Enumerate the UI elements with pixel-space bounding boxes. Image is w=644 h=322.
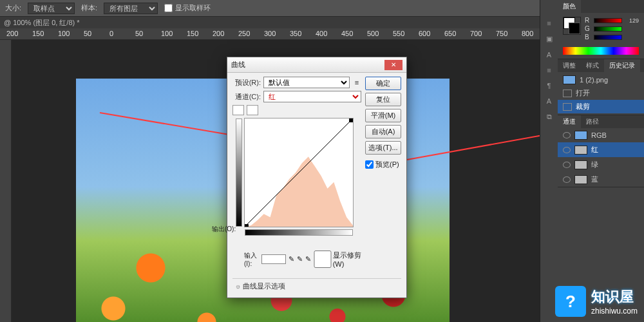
r-slider[interactable] bbox=[594, 18, 622, 23]
input-gradient bbox=[245, 229, 353, 236]
tab-channels[interactable]: 通道 bbox=[558, 115, 581, 128]
curve-line bbox=[245, 118, 353, 227]
svg-rect-6 bbox=[349, 118, 353, 122]
g-slider[interactable] bbox=[594, 26, 622, 32]
show-clip-checkbox[interactable]: 显示修剪(W) bbox=[314, 251, 361, 268]
watermark-url: zhishiwu.com bbox=[591, 307, 638, 316]
collapsed-panel-strip: ≡ ▣ A ≡ ¶ A ⧉ bbox=[540, 0, 558, 322]
panel-icon[interactable]: ≡ bbox=[547, 66, 551, 74]
panel-icon[interactable]: A bbox=[547, 97, 551, 105]
style-select[interactable]: 所有图层 bbox=[104, 3, 158, 14]
panel-icon[interactable]: ▣ bbox=[546, 35, 553, 43]
preset-label: 预设(R): bbox=[232, 78, 261, 88]
watermark: ? 知识屋 zhishiwu.com bbox=[555, 286, 638, 317]
ok-button[interactable]: 确定 bbox=[365, 77, 401, 90]
channel-select[interactable]: 红 bbox=[263, 91, 361, 102]
svg-line-4 bbox=[245, 118, 353, 227]
curves-dialog: 曲线 ✕ 预设(R): 默认值 ≡ 通道(C): 红 bbox=[227, 57, 407, 298]
ruler-vertical bbox=[0, 40, 12, 322]
color-panel: 颜色 R129 G B bbox=[558, 0, 644, 59]
eye-icon bbox=[563, 132, 571, 138]
style-label: 样本: bbox=[81, 3, 97, 13]
output-gradient bbox=[236, 118, 242, 227]
spectrum-bar[interactable] bbox=[563, 47, 639, 55]
history-item[interactable]: 裁剪 bbox=[558, 100, 644, 113]
size-select[interactable]: 取样点 bbox=[28, 3, 75, 14]
eye-icon bbox=[563, 147, 571, 153]
curve-graph[interactable] bbox=[244, 118, 354, 227]
right-panel-dock: ≡ ▣ A ≡ ¶ A ⧉ 颜色 R129 G B 调整 样式 历史记录 bbox=[540, 0, 644, 322]
channel-label: 通道(C): bbox=[232, 92, 261, 102]
dialog-title: 曲线 bbox=[231, 60, 245, 70]
color-swatch[interactable] bbox=[563, 17, 581, 35]
svg-rect-5 bbox=[245, 224, 249, 227]
close-icon[interactable]: ✕ bbox=[384, 60, 402, 70]
history-item[interactable]: 打开 bbox=[558, 86, 644, 100]
b-slider[interactable] bbox=[594, 35, 622, 40]
reset-button[interactable]: 复位 bbox=[365, 93, 401, 106]
tab-history[interactable]: 历史记录 bbox=[604, 59, 640, 72]
curve-tool-icon[interactable] bbox=[232, 105, 244, 115]
channel-blue[interactable]: 蓝 bbox=[558, 172, 644, 187]
eyedropper-gray-icon[interactable]: ✎ bbox=[297, 255, 303, 263]
input-label: 输入(I): bbox=[244, 251, 259, 267]
channel-red[interactable]: 红 bbox=[558, 142, 644, 157]
smooth-button[interactable]: 平滑(M) bbox=[365, 109, 401, 122]
panel-icon[interactable]: A bbox=[547, 51, 551, 59]
eye-icon bbox=[563, 176, 571, 183]
show-ring-checkbox[interactable]: 显示取样环 bbox=[164, 3, 211, 13]
panel-icon[interactable]: ≡ bbox=[547, 19, 551, 27]
channels-panel: 通道 路径 RGB 红 绿 蓝 bbox=[558, 115, 644, 187]
output-label: 输出(O): bbox=[212, 225, 236, 234]
tab-color[interactable]: 颜色 bbox=[558, 0, 581, 13]
options-button[interactable]: 选项(T)... bbox=[365, 141, 401, 155]
eyedropper-white-icon[interactable]: ✎ bbox=[305, 255, 311, 263]
input-value[interactable] bbox=[261, 254, 286, 264]
auto-button[interactable]: 自动(A) bbox=[365, 125, 401, 138]
tab-adjust[interactable]: 调整 bbox=[558, 59, 581, 72]
tab-styles[interactable]: 样式 bbox=[581, 59, 604, 72]
crop-icon bbox=[563, 103, 572, 111]
preset-menu-icon[interactable]: ≡ bbox=[352, 79, 361, 86]
size-label: 大小: bbox=[5, 3, 21, 13]
tab-paths[interactable]: 路径 bbox=[581, 115, 604, 128]
watermark-name: 知识屋 bbox=[591, 287, 638, 307]
channel-green[interactable]: 绿 bbox=[558, 157, 644, 172]
document-tab[interactable]: @ 100% (图层 0, 红/8) * bbox=[4, 18, 80, 28]
panel-icon[interactable]: ⧉ bbox=[547, 113, 552, 121]
history-panel: 调整 样式 历史记录 1 (2).png 打开 裁剪 bbox=[558, 59, 644, 115]
panel-icon[interactable]: ¶ bbox=[547, 82, 551, 90]
preview-checkbox[interactable]: 预览(P) bbox=[365, 160, 401, 169]
dialog-titlebar[interactable]: 曲线 ✕ bbox=[227, 57, 406, 73]
eyedropper-black-icon[interactable]: ✎ bbox=[289, 255, 294, 263]
history-snapshot[interactable]: 1 (2).png bbox=[558, 73, 644, 86]
eye-icon bbox=[563, 162, 571, 168]
pencil-tool-icon[interactable] bbox=[247, 105, 258, 115]
curve-display-options[interactable]: ☼ 曲线显示选项 bbox=[232, 278, 401, 294]
preset-select[interactable]: 默认值 bbox=[263, 77, 350, 88]
channel-rgb[interactable]: RGB bbox=[558, 128, 644, 142]
open-icon bbox=[563, 90, 572, 97]
watermark-icon: ? bbox=[555, 286, 586, 317]
